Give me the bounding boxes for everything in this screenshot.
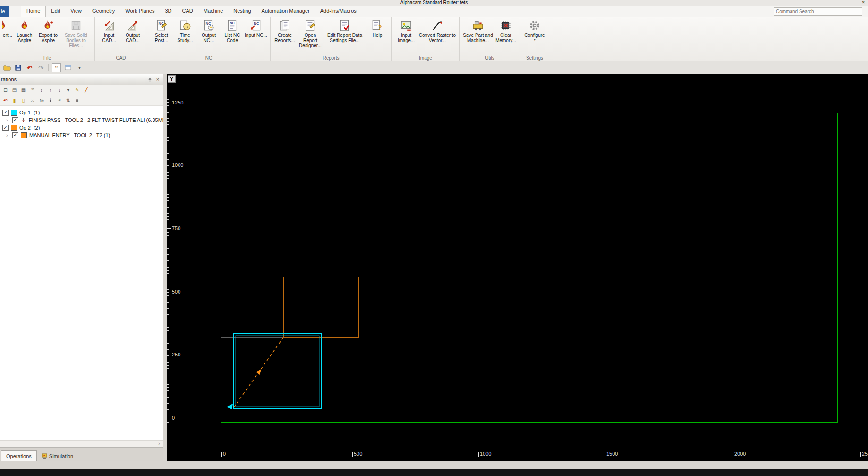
tab-view[interactable]: View	[65, 6, 87, 17]
tab-cad[interactable]: CAD	[177, 6, 198, 17]
manual-entry-checkbox[interactable]	[12, 132, 18, 138]
toolbar-separator	[48, 64, 49, 71]
op2-label[interactable]: Op 2 (2)	[19, 125, 40, 130]
list-numbers-icon[interactable]: №	[37, 96, 45, 104]
scroll-right-icon[interactable]: ›	[156, 441, 162, 447]
panel-canvas-divider[interactable]	[163, 74, 167, 461]
toolpath-start-arrow-icon	[226, 404, 233, 409]
sheet-outline[interactable]	[221, 113, 837, 423]
button-label: Input CAD...	[98, 33, 120, 43]
list-nc-code-button[interactable]: NC List NC Code	[221, 18, 244, 44]
time-study-button[interactable]: Time Study...	[173, 18, 197, 44]
group-label: Settings	[520, 55, 549, 61]
output-nc-button[interactable]: NC Output NC...	[197, 18, 221, 44]
undo-op-icon[interactable]: ↶	[1, 96, 9, 104]
edit-icon[interactable]: ✎	[73, 86, 81, 94]
save-solid-bodies-button[interactable]: Save Solid Bodies to Files...	[60, 18, 92, 49]
close-panel-icon[interactable]: ×	[154, 76, 161, 83]
toolbar-options-icon[interactable]: ▾	[76, 64, 84, 72]
tab-simulation-label: Simulation	[49, 453, 73, 459]
tab-simulation[interactable]: Simulation	[37, 451, 78, 461]
options-icon[interactable]: ≡	[73, 96, 81, 104]
input-cad-button[interactable]: Input CAD...	[97, 18, 121, 44]
expand-chevron-icon[interactable]: ›	[6, 132, 10, 138]
command-search-input[interactable]	[774, 7, 862, 16]
tab-add-ins-macros[interactable]: Add-Ins/Macros	[315, 6, 362, 17]
new-window-icon[interactable]	[64, 64, 72, 72]
finish-pass-label[interactable]: FINISH PASS TOOL 2 2 FLT TWIST FLUTE ALI…	[29, 117, 163, 123]
save-part-and-machine-button[interactable]: Save Part and Machine...	[462, 18, 494, 44]
open-report-designer-button[interactable]: Open Report Designer...	[297, 18, 324, 49]
button-label: ert...	[3, 33, 12, 38]
report-icon[interactable]: ▤	[10, 86, 18, 94]
undo-icon[interactable]: ↶	[26, 64, 34, 72]
sort-icon[interactable]: ↕	[37, 86, 45, 94]
op1-checkbox[interactable]	[2, 110, 9, 116]
pin-icon[interactable]	[146, 76, 153, 83]
group-label: NC	[147, 55, 270, 61]
tab-automation-manager[interactable]: Automation Manager	[256, 6, 315, 17]
move-down-icon[interactable]: ↓	[55, 86, 63, 94]
configure-button[interactable]: Configure ▾	[523, 18, 546, 43]
launch-aspire-button[interactable]: Launch Aspire	[13, 18, 36, 44]
edit-report-data-settings-icon	[339, 19, 351, 32]
manual-entry-label[interactable]: MANUAL ENTRY TOOL 2 T2 (1)	[29, 132, 110, 138]
input-image-button[interactable]: Input Image...	[394, 18, 418, 44]
ribbon-group-image: Input Image... Convert Raster to Vector.…	[392, 17, 460, 61]
collapse-all-icon[interactable]: ⊟	[1, 86, 9, 94]
drawing-canvas[interactable]: Y 1250 1000 750 500 250 0 0 500 1000 150…	[167, 74, 868, 461]
window-close-icon[interactable]: ✕	[861, 0, 865, 5]
export-to-aspire-button[interactable]: Export to Aspire	[36, 18, 60, 44]
op2-checkbox[interactable]	[2, 125, 9, 131]
ribbon-empty-space	[549, 17, 868, 61]
worksheet-icon[interactable]: ▦	[19, 86, 27, 94]
tree-row-op2[interactable]: Op 2 (2)	[0, 124, 163, 131]
redo-icon[interactable]: ↷	[37, 64, 45, 72]
tab-file[interactable]: le	[0, 6, 9, 17]
edit-report-data-settings-button[interactable]: Edit Report Data Settings File...	[324, 18, 366, 44]
op1-label[interactable]: Op 1 (1)	[19, 110, 40, 115]
swap-order-icon[interactable]: ⇅	[64, 96, 72, 104]
tab-operations[interactable]: Operations	[1, 450, 37, 461]
op1-color-swatch[interactable]	[11, 110, 17, 116]
tab-geometry[interactable]: Geometry	[87, 6, 120, 17]
highlight-icon[interactable]: ╱	[82, 86, 90, 94]
renumber-icon[interactable]: ¹²³	[28, 86, 36, 94]
tab-edit[interactable]: Edit	[46, 6, 65, 17]
tab-3d[interactable]: 3D	[160, 6, 177, 17]
finish-pass-checkbox[interactable]	[12, 117, 18, 123]
levels-icon[interactable]: ¹²	[52, 63, 61, 72]
flame-icon	[18, 19, 31, 32]
op2-color-swatch[interactable]	[11, 125, 17, 131]
tab-home[interactable]: Home	[21, 6, 46, 17]
output-cad-button[interactable]: Output CAD...	[121, 18, 145, 44]
create-reports-button[interactable]: Create Reports...	[273, 18, 297, 44]
move-up-icon[interactable]: ↑	[46, 86, 54, 94]
tree-row-finish-pass[interactable]: › FINISH PASS TOOL 2 2 FLT TWIST FLUTE A…	[0, 116, 163, 124]
clear-memory-button[interactable]: Clear Memory...	[494, 18, 518, 44]
expand-tree-icon[interactable]: ▼	[64, 86, 72, 94]
lock-icon[interactable]: ▮	[10, 96, 18, 104]
convert-raster-to-vector-button[interactable]: Convert Raster to Vector...	[418, 18, 457, 44]
cyan-toolpath-rect[interactable]	[234, 334, 321, 408]
help-button[interactable]: ? Help	[366, 18, 389, 39]
panel-horizontal-scrollbar[interactable]: ›	[0, 440, 163, 448]
save-file-icon[interactable]	[14, 64, 22, 72]
tree-row-manual-entry[interactable]: › MANUAL ENTRY TOOL 2 T2 (1)	[0, 131, 163, 139]
input-nc-button[interactable]: NC Input NC...	[244, 18, 268, 39]
open-file-icon[interactable]	[3, 64, 11, 72]
button-label: Create Reports...	[273, 33, 296, 43]
find-icon[interactable]: ≍	[28, 96, 36, 104]
cut-off-button[interactable]: ert...	[2, 18, 13, 39]
tab-nesting[interactable]: Nesting	[228, 6, 256, 17]
button-label: Input Image...	[395, 33, 417, 43]
tree-row-op1[interactable]: Op 1 (1)	[0, 109, 163, 116]
orange-geometry-rect[interactable]	[283, 277, 359, 337]
unlock-icon[interactable]: ▯	[19, 96, 27, 104]
select-post-button[interactable]: NC Select Post...	[150, 18, 173, 44]
tab-machine[interactable]: Machine	[198, 6, 229, 17]
resequence-icon[interactable]: ¹⁸	[55, 96, 63, 104]
tab-work-planes[interactable]: Work Planes	[120, 6, 160, 17]
expand-chevron-icon[interactable]: ›	[6, 117, 10, 123]
info-icon[interactable]: ℹ	[46, 96, 54, 104]
